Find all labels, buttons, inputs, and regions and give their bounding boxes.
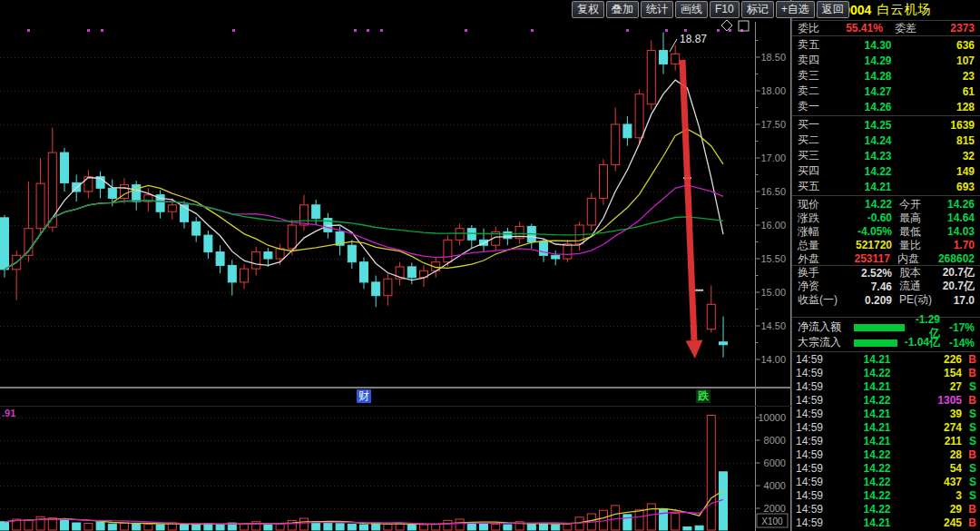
toolbar-button-2[interactable]: 统计 [641, 1, 673, 18]
quote-value: 1.70 [941, 239, 975, 251]
tick-time: 14:59 [796, 448, 832, 461]
price-axis-label: 16.00 [760, 220, 786, 231]
quote-panel: R 500 600004 白云机场 委比 55.41% 委差 2373 卖五14… [791, 0, 980, 531]
quote-value: 14.03 [941, 225, 975, 238]
tick-row-6: 14:5914.21211S [792, 434, 980, 447]
bid-size: 1639 [922, 119, 975, 132]
bid-size: 32 [922, 150, 975, 162]
price-axis-label: 14.00 [760, 354, 786, 365]
tick-price: 14.21 [832, 516, 922, 529]
tick-time: 14:59 [796, 516, 832, 529]
bid-label: 买二 [798, 133, 834, 148]
tick-volume: 154 [922, 367, 962, 379]
ask-size: 128 [922, 101, 975, 113]
trend-tag-die[interactable]: 跌 [696, 389, 710, 403]
bid-row-4[interactable]: 买五14.21693 [792, 179, 980, 194]
flow-amount: -1.04亿 [901, 335, 940, 350]
tick-row-7: 14:5914.2228B [792, 447, 980, 461]
quote-row-6: 净资7.46流通20.7亿 [792, 280, 980, 293]
tick-volume: 245 [922, 516, 962, 529]
tick-direction: B [962, 448, 976, 461]
axes: 18.5018.0017.5017.0016.5016.0015.5015.00… [0, 0, 791, 531]
volume-bars [1, 416, 728, 531]
bid-row-3[interactable]: 买四14.22149 [792, 163, 980, 179]
quote-value: -4.05% [845, 225, 892, 238]
flow-bar [854, 324, 905, 331]
ask-row-3[interactable]: 卖二14.2761 [792, 84, 980, 99]
quote-value: 20.7亿 [941, 279, 975, 294]
quote-value: 14.64 [941, 211, 975, 224]
tick-price: 14.22 [832, 462, 922, 475]
quote-row-5: 换手2.52%股本20.7亿 [792, 265, 980, 280]
tick-time: 14:59 [796, 489, 832, 502]
toolbar-button-0[interactable]: 复权 [572, 1, 604, 18]
tick-time: 14:59 [796, 476, 832, 488]
tick-row-10: 14:5914.223S [792, 488, 980, 502]
flow-percent: -17% [940, 321, 975, 334]
quote-value: -0.60 [845, 211, 892, 224]
ask-row-2[interactable]: 卖三14.2823 [792, 68, 980, 84]
ask-price: 14.27 [834, 85, 922, 98]
ask-size: 107 [922, 54, 975, 67]
tick-price: 14.21 [832, 353, 922, 366]
bid-label: 买三 [798, 148, 834, 163]
tick-direction: S [962, 421, 976, 434]
tick-price: 14.22 [832, 394, 922, 407]
bid-row-0[interactable]: 买一14.251639 [792, 117, 980, 133]
volume-axis-label: 8000 [764, 435, 786, 446]
kline-chart[interactable]: 18.5018.0017.5017.0016.5016.0015.5015.00… [0, 0, 791, 531]
tick-volume: 27 [922, 380, 962, 393]
tick-direction: B [962, 503, 976, 516]
bid-label: 买一 [798, 117, 834, 133]
toolbar-button-5[interactable]: 标记 [741, 1, 774, 18]
ask-label: 卖三 [798, 68, 834, 84]
quote-label: 外盘 [798, 251, 844, 267]
tick-row-9: 14:5914.22437S [792, 475, 980, 488]
weicha-label: 委差 [895, 21, 927, 36]
tick-row-2: 14:5914.2127S [792, 379, 980, 393]
ask-price: 14.29 [834, 54, 922, 67]
flow-percent: -14% [940, 337, 975, 349]
tick-row-12: 14:5914.21245B [792, 516, 980, 529]
window-icon[interactable] [739, 21, 749, 31]
bid-price: 14.25 [834, 119, 922, 132]
tick-direction: B [962, 516, 976, 529]
toolbar-button-3[interactable]: 画线 [675, 1, 708, 18]
tick-direction: S [962, 435, 976, 447]
status-strip: 财 跌 [0, 388, 791, 407]
tick-volume: 1305 [922, 394, 962, 407]
tick-direction: S [962, 476, 976, 488]
toolbar: 复权叠加统计画线F10标记+自选返回 [572, 1, 849, 18]
quote-row-1: 涨跌-0.60最高14.64 [792, 211, 980, 225]
stock-name: 白云机场 [877, 2, 931, 18]
tick-volume: 39 [922, 408, 962, 420]
bid-size: 693 [922, 181, 975, 193]
bid-row-2[interactable]: 买三14.2332 [792, 148, 980, 163]
tick-volume: 3 [922, 489, 962, 502]
volume-axis-label: 10000 [758, 412, 786, 423]
candles [1, 33, 728, 358]
ask-row-1[interactable]: 卖四14.29107 [792, 53, 980, 68]
toolbar-button-7[interactable]: 返回 [817, 1, 849, 18]
indicator-tag-cai[interactable]: 财 [357, 389, 371, 403]
flow-label: 净流入额 [798, 320, 854, 335]
bid-row-1[interactable]: 买二14.24815 [792, 133, 980, 148]
volume-axis-label: 4000 [764, 480, 786, 491]
ask-label: 卖一 [798, 99, 834, 114]
ask-row-0[interactable]: 卖五14.30636 [792, 37, 980, 53]
tick-row-1: 14:5914.22154B [792, 366, 980, 379]
toolbar-button-4[interactable]: F10 [710, 1, 740, 18]
weibi-label: 委比 [798, 21, 834, 36]
tick-list[interactable]: 14:5914.21226B14:5914.22154B14:5914.2127… [792, 352, 980, 531]
ask-row-4[interactable]: 卖一14.26128 [792, 99, 980, 114]
ask-label: 卖二 [798, 84, 834, 99]
toolbar-button-1[interactable]: 叠加 [606, 1, 639, 18]
ask-size: 636 [922, 39, 975, 52]
bid-price: 14.21 [834, 181, 922, 193]
bid-label: 买四 [798, 163, 834, 179]
toolbar-button-6[interactable]: +自选 [776, 1, 815, 18]
tick-row-8: 14:5914.2254S [792, 461, 980, 475]
tick-time: 14:59 [796, 353, 832, 366]
quote-value: 0.209 [845, 294, 892, 307]
quote-value: 253117 [844, 252, 890, 265]
